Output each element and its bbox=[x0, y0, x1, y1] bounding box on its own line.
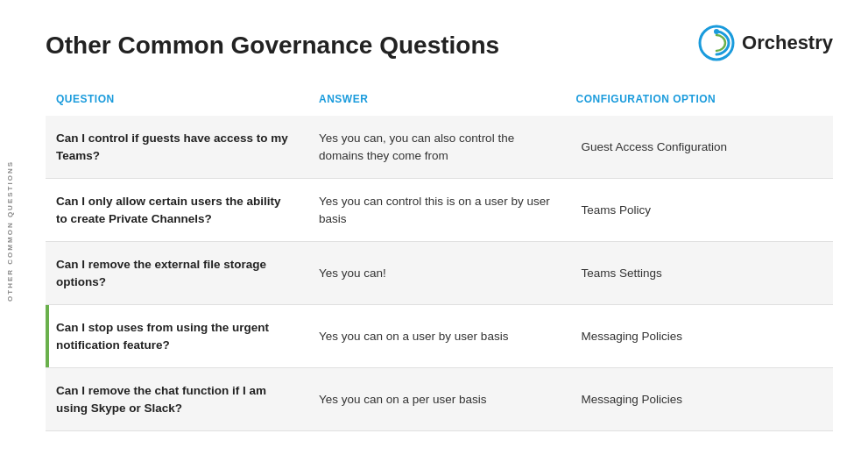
table-row: Can I stop uses from using the urgent no… bbox=[46, 305, 833, 368]
table-row: Can I remove the external file storage o… bbox=[46, 242, 833, 305]
config-cell: Teams Settings bbox=[571, 242, 834, 304]
logo-text: Orchestry bbox=[742, 32, 833, 54]
table-row: Can I control if guests have access to m… bbox=[46, 116, 833, 179]
question-cell: Can I remove the chat function if I am u… bbox=[46, 368, 308, 430]
page-title: Other Common Governance Questions bbox=[46, 32, 499, 60]
table-row: Can I only allow certain users the abili… bbox=[46, 179, 833, 242]
page-header: Other Common Governance Questions Orches… bbox=[46, 25, 833, 61]
col-header-question: QUESTION bbox=[56, 93, 319, 105]
col-header-answer: ANSWER bbox=[319, 93, 576, 105]
answer-cell: Yes you can, you can also control the do… bbox=[308, 116, 571, 178]
answer-cell: Yes you can on a user by user basis bbox=[308, 305, 571, 367]
answer-cell: Yes you can on a per user basis bbox=[308, 368, 571, 430]
config-cell: Messaging Policies bbox=[571, 305, 834, 367]
answer-cell: Yes you can! bbox=[308, 242, 571, 304]
governance-table: QUESTION ANSWER CONFIGURATION OPTION Can… bbox=[46, 86, 833, 431]
col-header-config: CONFIGURATION OPTION bbox=[576, 93, 834, 105]
config-cell: Teams Policy bbox=[571, 179, 834, 241]
answer-cell: Yes you can control this is on a user by… bbox=[308, 179, 571, 241]
config-cell: Messaging Policies bbox=[571, 368, 834, 430]
side-label: OTHER COMMON QUESTIONS bbox=[0, 0, 19, 462]
question-cell: Can I stop uses from using the urgent no… bbox=[46, 305, 308, 367]
table-body: Can I control if guests have access to m… bbox=[46, 116, 833, 431]
question-cell: Can I only allow certain users the abili… bbox=[46, 179, 308, 241]
side-label-text: OTHER COMMON QUESTIONS bbox=[6, 160, 14, 302]
logo-area: Orchestry bbox=[698, 25, 833, 61]
question-cell: Can I control if guests have access to m… bbox=[46, 116, 308, 178]
question-cell: Can I remove the external file storage o… bbox=[46, 242, 308, 304]
config-cell: Guest Access Configuration bbox=[571, 116, 834, 178]
logo-icon bbox=[698, 25, 735, 61]
table-header: QUESTION ANSWER CONFIGURATION OPTION bbox=[46, 86, 833, 112]
table-row: Can I remove the chat function if I am u… bbox=[46, 368, 833, 431]
